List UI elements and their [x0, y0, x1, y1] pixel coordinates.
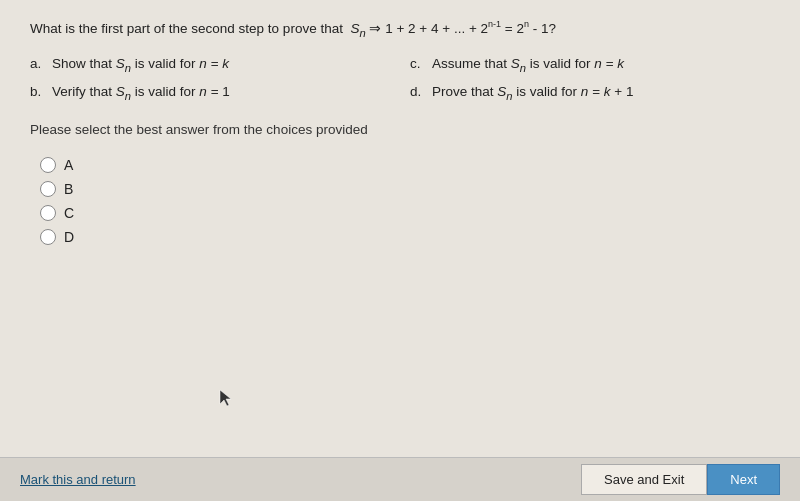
instruction-text: Please select the best answer from the c…: [30, 122, 770, 137]
radio-circle-c[interactable]: [40, 205, 56, 221]
choice-d: d. Prove that Sn is valid for n = k + 1: [410, 81, 770, 105]
radio-label-d: D: [64, 229, 74, 245]
radio-circle-d[interactable]: [40, 229, 56, 245]
radio-circle-b[interactable]: [40, 181, 56, 197]
radio-option-a[interactable]: A: [40, 157, 770, 173]
cursor-icon: [218, 388, 234, 408]
next-button[interactable]: Next: [707, 464, 780, 495]
radio-label-b: B: [64, 181, 73, 197]
choice-c: c. Assume that Sn is valid for n = k: [410, 53, 770, 77]
radio-label-a: A: [64, 157, 73, 173]
main-content: What is the first part of the second ste…: [0, 0, 800, 245]
choice-d-text: Prove that Sn is valid for n = k + 1: [432, 81, 633, 105]
choice-b-label: b.: [30, 81, 46, 103]
choice-b: b. Verify that Sn is valid for n = 1: [30, 81, 390, 105]
choices-grid: a. Show that Sn is valid for n = k c. As…: [30, 53, 770, 104]
question-text: What is the first part of the second ste…: [30, 18, 770, 41]
choice-a: a. Show that Sn is valid for n = k: [30, 53, 390, 77]
choice-c-label: c.: [410, 53, 426, 75]
choice-a-text: Show that Sn is valid for n = k: [52, 53, 229, 77]
radio-option-b[interactable]: B: [40, 181, 770, 197]
footer: Mark this and return Save and Exit Next: [0, 457, 800, 501]
choice-a-label: a.: [30, 53, 46, 75]
mark-return-link[interactable]: Mark this and return: [20, 472, 136, 487]
choice-d-label: d.: [410, 81, 426, 103]
radio-option-d[interactable]: D: [40, 229, 770, 245]
footer-buttons: Save and Exit Next: [581, 464, 780, 495]
choice-c-text: Assume that Sn is valid for n = k: [432, 53, 624, 77]
radio-group: A B C D: [40, 157, 770, 245]
radio-label-c: C: [64, 205, 74, 221]
radio-circle-a[interactable]: [40, 157, 56, 173]
save-exit-button[interactable]: Save and Exit: [581, 464, 707, 495]
radio-option-c[interactable]: C: [40, 205, 770, 221]
choice-b-text: Verify that Sn is valid for n = 1: [52, 81, 230, 105]
